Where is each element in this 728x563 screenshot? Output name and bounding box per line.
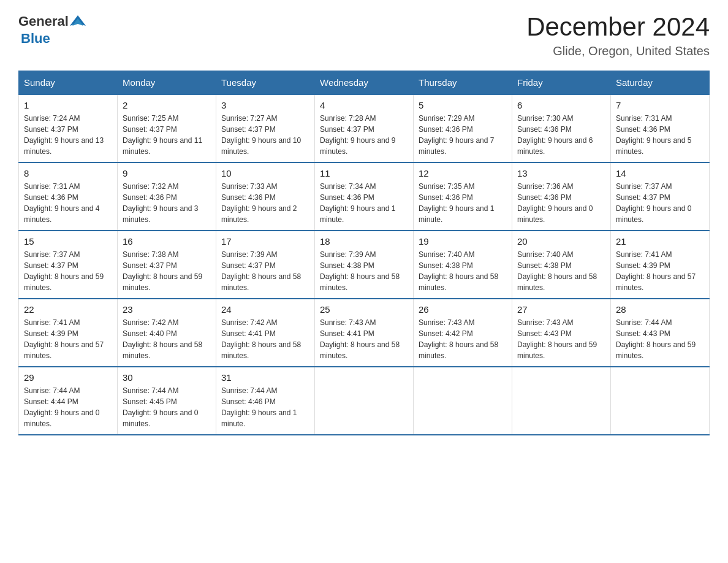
day-number: 13 — [517, 168, 605, 178]
week-row-4: 22 Sunrise: 7:41 AM Sunset: 4:39 PM Dayl… — [19, 299, 710, 367]
page-header: General Blue December 2024 Glide, Oregon… — [18, 12, 710, 58]
day-cell: 1 Sunrise: 7:24 AM Sunset: 4:37 PM Dayli… — [19, 94, 118, 163]
week-row-2: 8 Sunrise: 7:31 AM Sunset: 4:36 PM Dayli… — [19, 163, 710, 231]
day-info: Sunrise: 7:41 AM Sunset: 4:39 PM Dayligh… — [616, 249, 704, 293]
day-info: Sunrise: 7:32 AM Sunset: 4:36 PM Dayligh… — [123, 181, 211, 225]
day-info: Sunrise: 7:30 AM Sunset: 4:36 PM Dayligh… — [517, 113, 605, 157]
day-info: Sunrise: 7:43 AM Sunset: 4:41 PM Dayligh… — [320, 317, 408, 361]
day-number: 11 — [320, 168, 408, 178]
day-cell: 26 Sunrise: 7:43 AM Sunset: 4:42 PM Dayl… — [414, 299, 512, 367]
logo-general-text: General — [18, 13, 69, 29]
month-title: December 2024 — [526, 12, 710, 42]
day-cell: 29 Sunrise: 7:44 AM Sunset: 4:44 PM Dayl… — [19, 367, 118, 435]
day-number: 14 — [616, 168, 704, 178]
day-info: Sunrise: 7:29 AM Sunset: 4:36 PM Dayligh… — [419, 113, 507, 157]
day-number: 1 — [24, 100, 112, 110]
day-info: Sunrise: 7:42 AM Sunset: 4:41 PM Dayligh… — [221, 317, 309, 361]
day-number: 15 — [24, 236, 112, 247]
calendar-table: SundayMondayTuesdayWednesdayThursdayFrid… — [18, 71, 710, 435]
day-cell: 12 Sunrise: 7:35 AM Sunset: 4:36 PM Dayl… — [414, 163, 512, 231]
header-friday: Friday — [512, 71, 611, 95]
day-cell: 21 Sunrise: 7:41 AM Sunset: 4:39 PM Dayl… — [611, 231, 710, 299]
day-number: 25 — [320, 304, 408, 315]
day-cell: 4 Sunrise: 7:28 AM Sunset: 4:37 PM Dayli… — [315, 94, 414, 163]
day-number: 16 — [123, 236, 211, 247]
day-cell: 31 Sunrise: 7:44 AM Sunset: 4:46 PM Dayl… — [216, 367, 315, 435]
day-number: 3 — [221, 100, 309, 110]
day-cell: 14 Sunrise: 7:37 AM Sunset: 4:37 PM Dayl… — [611, 163, 710, 231]
header-sunday: Sunday — [19, 71, 118, 95]
day-number: 19 — [419, 236, 507, 247]
logo: General Blue — [18, 12, 87, 47]
day-cell: 13 Sunrise: 7:36 AM Sunset: 4:36 PM Dayl… — [512, 163, 611, 231]
day-cell: 7 Sunrise: 7:31 AM Sunset: 4:36 PM Dayli… — [611, 94, 710, 163]
day-cell: 17 Sunrise: 7:39 AM Sunset: 4:37 PM Dayl… — [216, 231, 315, 299]
day-cell: 10 Sunrise: 7:33 AM Sunset: 4:36 PM Dayl… — [216, 163, 315, 231]
day-number: 20 — [517, 236, 605, 247]
day-cell: 18 Sunrise: 7:39 AM Sunset: 4:38 PM Dayl… — [315, 231, 414, 299]
day-cell: 9 Sunrise: 7:32 AM Sunset: 4:36 PM Dayli… — [118, 163, 216, 231]
day-cell: 16 Sunrise: 7:38 AM Sunset: 4:37 PM Dayl… — [118, 231, 216, 299]
day-cell — [611, 367, 710, 435]
day-info: Sunrise: 7:31 AM Sunset: 4:36 PM Dayligh… — [616, 113, 704, 157]
day-cell — [315, 367, 414, 435]
day-info: Sunrise: 7:31 AM Sunset: 4:36 PM Dayligh… — [24, 181, 112, 225]
day-number: 7 — [616, 100, 704, 110]
day-info: Sunrise: 7:43 AM Sunset: 4:42 PM Dayligh… — [419, 317, 507, 361]
day-cell — [414, 367, 512, 435]
day-info: Sunrise: 7:34 AM Sunset: 4:36 PM Dayligh… — [320, 181, 408, 225]
day-number: 6 — [517, 100, 605, 110]
week-row-3: 15 Sunrise: 7:37 AM Sunset: 4:37 PM Dayl… — [19, 231, 710, 299]
header-saturday: Saturday — [611, 71, 710, 95]
header-monday: Monday — [118, 71, 216, 95]
day-info: Sunrise: 7:44 AM Sunset: 4:46 PM Dayligh… — [221, 385, 309, 429]
day-cell: 15 Sunrise: 7:37 AM Sunset: 4:37 PM Dayl… — [19, 231, 118, 299]
calendar-header: SundayMondayTuesdayWednesdayThursdayFrid… — [19, 71, 710, 95]
day-cell: 5 Sunrise: 7:29 AM Sunset: 4:36 PM Dayli… — [414, 94, 512, 163]
day-info: Sunrise: 7:39 AM Sunset: 4:37 PM Dayligh… — [221, 249, 309, 293]
title-area: December 2024 Glide, Oregon, United Stat… — [526, 12, 710, 58]
day-cell: 22 Sunrise: 7:41 AM Sunset: 4:39 PM Dayl… — [19, 299, 118, 367]
day-info: Sunrise: 7:40 AM Sunset: 4:38 PM Dayligh… — [517, 249, 605, 293]
week-row-1: 1 Sunrise: 7:24 AM Sunset: 4:37 PM Dayli… — [19, 94, 710, 163]
day-number: 31 — [221, 372, 309, 383]
logo-icon — [69, 12, 87, 31]
day-number: 30 — [123, 372, 211, 383]
header-wednesday: Wednesday — [315, 71, 414, 95]
day-number: 29 — [24, 372, 112, 383]
day-cell: 19 Sunrise: 7:40 AM Sunset: 4:38 PM Dayl… — [414, 231, 512, 299]
day-info: Sunrise: 7:35 AM Sunset: 4:36 PM Dayligh… — [419, 181, 507, 225]
header-row: SundayMondayTuesdayWednesdayThursdayFrid… — [19, 71, 710, 95]
day-info: Sunrise: 7:28 AM Sunset: 4:37 PM Dayligh… — [320, 113, 408, 157]
day-info: Sunrise: 7:25 AM Sunset: 4:37 PM Dayligh… — [123, 113, 211, 157]
day-number: 8 — [24, 168, 112, 178]
day-cell: 11 Sunrise: 7:34 AM Sunset: 4:36 PM Dayl… — [315, 163, 414, 231]
day-info: Sunrise: 7:37 AM Sunset: 4:37 PM Dayligh… — [24, 249, 112, 293]
day-info: Sunrise: 7:40 AM Sunset: 4:38 PM Dayligh… — [419, 249, 507, 293]
day-number: 26 — [419, 304, 507, 315]
day-info: Sunrise: 7:42 AM Sunset: 4:40 PM Dayligh… — [123, 317, 211, 361]
day-cell: 3 Sunrise: 7:27 AM Sunset: 4:37 PM Dayli… — [216, 94, 315, 163]
day-number: 28 — [616, 304, 704, 315]
day-info: Sunrise: 7:36 AM Sunset: 4:36 PM Dayligh… — [517, 181, 605, 225]
day-number: 17 — [221, 236, 309, 247]
day-number: 27 — [517, 304, 605, 315]
day-info: Sunrise: 7:33 AM Sunset: 4:36 PM Dayligh… — [221, 181, 309, 225]
day-info: Sunrise: 7:43 AM Sunset: 4:43 PM Dayligh… — [517, 317, 605, 361]
day-info: Sunrise: 7:37 AM Sunset: 4:37 PM Dayligh… — [616, 181, 704, 225]
day-info: Sunrise: 7:39 AM Sunset: 4:38 PM Dayligh… — [320, 249, 408, 293]
calendar-body: 1 Sunrise: 7:24 AM Sunset: 4:37 PM Dayli… — [19, 94, 710, 435]
day-info: Sunrise: 7:44 AM Sunset: 4:44 PM Dayligh… — [24, 385, 112, 429]
day-cell: 24 Sunrise: 7:42 AM Sunset: 4:41 PM Dayl… — [216, 299, 315, 367]
header-tuesday: Tuesday — [216, 71, 315, 95]
day-number: 21 — [616, 236, 704, 247]
day-cell — [512, 367, 611, 435]
day-cell: 30 Sunrise: 7:44 AM Sunset: 4:45 PM Dayl… — [118, 367, 216, 435]
day-cell: 6 Sunrise: 7:30 AM Sunset: 4:36 PM Dayli… — [512, 94, 611, 163]
week-row-5: 29 Sunrise: 7:44 AM Sunset: 4:44 PM Dayl… — [19, 367, 710, 435]
day-number: 18 — [320, 236, 408, 247]
day-info: Sunrise: 7:41 AM Sunset: 4:39 PM Dayligh… — [24, 317, 112, 361]
day-number: 24 — [221, 304, 309, 315]
day-info: Sunrise: 7:38 AM Sunset: 4:37 PM Dayligh… — [123, 249, 211, 293]
day-number: 9 — [123, 168, 211, 178]
